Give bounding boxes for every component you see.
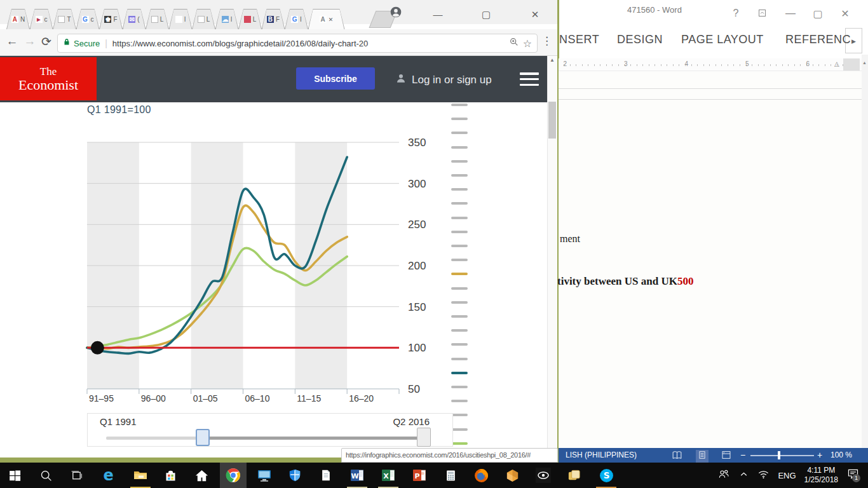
browser-tab[interactable]: ►c [30,9,53,29]
browser-tab[interactable]: L [238,9,262,29]
monitor-icon[interactable] [251,463,278,488]
legend-dash[interactable] [451,287,468,290]
legend-dash[interactable] [451,231,468,233]
legend-dash[interactable] [451,259,468,261]
legend-dash[interactable] [451,358,468,360]
ribbon-tab-nsert[interactable]: NSERT [559,33,599,46]
word-close-button[interactable]: ✕ [837,8,853,20]
subscribe-button[interactable]: Subscribe [296,67,375,90]
zoom-in-icon[interactable] [509,37,519,50]
tab-close-icon[interactable]: ✕ [329,17,334,23]
legend-dash[interactable] [451,118,468,120]
legend-dash[interactable] [451,146,468,149]
word-scroll-up-icon[interactable]: ▲ [862,60,867,65]
excel-icon[interactable]: X [375,463,402,488]
browser-tab[interactable]: L [192,9,215,29]
ruler-indent-marker[interactable]: △ [834,60,839,67]
cube-icon[interactable] [499,463,526,488]
calculator-icon[interactable] [437,463,464,488]
scroll-up-icon[interactable]: ▲ [550,57,555,63]
profile-icon[interactable] [390,6,402,21]
maximize-button[interactable]: ▢ [478,9,494,20]
reload-button[interactable]: ⟳ [38,34,55,49]
word-minimize-button[interactable]: — [783,8,798,19]
legend-dash[interactable] [451,400,468,402]
browser-tab[interactable]: ☁l [215,9,239,29]
wifi-icon[interactable] [757,468,770,483]
edge-icon[interactable]: e [95,463,121,488]
legend-dash[interactable] [451,315,468,318]
defender-icon[interactable] [281,463,308,488]
url-text[interactable]: https://www.economist.com/blogs/graphicd… [112,39,505,48]
language-status[interactable]: LISH (PHILIPPINES) [566,451,637,459]
browser-tab[interactable]: L [146,9,169,29]
browser-tab[interactable]: T [53,9,76,29]
firefox-icon[interactable] [468,463,494,488]
word-restore-button[interactable]: ▢ [810,8,825,20]
browser-tab[interactable]: l [169,9,193,29]
legend-dash[interactable] [451,217,468,219]
help-icon[interactable]: ? [728,8,743,19]
web-layout-icon[interactable] [721,450,731,463]
legend-dash[interactable] [451,343,468,346]
zoom-out-button[interactable]: − [740,450,745,460]
chevron-up-icon[interactable] [738,469,749,482]
task-view-icon[interactable] [63,463,90,488]
zoom-slider-thumb[interactable] [778,451,780,459]
zoom-in-button[interactable]: + [817,450,822,460]
read-mode-icon[interactable] [672,450,682,463]
slider-track-selected[interactable] [202,437,431,440]
powerpoint-icon[interactable]: P [406,463,433,488]
hamburger-menu-icon[interactable] [520,71,539,87]
ruler[interactable]: 23456 [559,58,862,71]
legend-dash[interactable] [451,428,468,431]
squares-icon[interactable] [560,463,587,488]
legend-dash[interactable] [451,245,468,247]
language-indicator[interactable]: ENG [778,471,796,480]
login-link[interactable]: Log in or sign up [395,72,492,87]
file-explorer-icon[interactable] [127,463,154,488]
search-icon[interactable] [32,463,59,488]
slider-handle-end[interactable] [417,428,431,447]
legend-dash[interactable] [451,188,468,191]
notepad-icon[interactable] [313,463,339,488]
browser-tab[interactable]: GI [285,9,308,29]
ribbon-tab-referenc[interactable]: REFERENC [785,33,851,46]
zoom-slider-track[interactable] [750,455,814,456]
browser-tab[interactable]: BF [262,9,285,29]
browser-menu-icon[interactable]: ⋮ [541,34,552,48]
forward-button[interactable]: → [22,34,38,48]
word-document[interactable]: ment tivity between US and UK500 [559,71,862,448]
store-icon[interactable] [157,463,184,488]
legend-dash[interactable] [451,372,468,374]
ribbon-display-icon[interactable] [757,8,767,20]
minimize-button[interactable]: — [430,9,446,20]
home-icon[interactable] [188,463,215,488]
legend-dash[interactable] [451,329,468,332]
bookmark-star-icon[interactable]: ☆ [523,37,532,50]
legend-dash[interactable] [451,132,468,134]
house-price-chart[interactable]: 91–9596–0001–0506–1011–1516–203503002502… [87,142,433,412]
ribbon-tab-design[interactable]: DESIGN [617,33,663,46]
legend-dash[interactable] [451,174,468,177]
print-layout-icon[interactable] [696,450,709,463]
skype-icon[interactable]: S [593,463,620,488]
economist-logo[interactable]: The Economist [0,57,97,100]
legend-dash[interactable] [451,202,468,205]
close-button[interactable]: ✕ [527,9,543,20]
clock[interactable]: 4:11 PM 1/25/2018 [804,466,838,485]
eye-icon[interactable] [530,463,557,488]
browser-tab[interactable]: Gc [76,9,100,29]
browser-tab[interactable]: ✉( [123,9,146,29]
people-icon[interactable] [717,468,730,483]
ribbon-tab-page-layout[interactable]: PAGE LAYOUT [681,33,764,46]
zoom-percent-label[interactable]: 100 % [831,451,852,459]
legend-dash[interactable] [451,386,468,388]
active-browser-tab[interactable]: A✕ [308,9,345,29]
legend-dash[interactable] [451,273,468,275]
word-scrollbar[interactable] [862,55,868,448]
legend-dash[interactable] [451,104,468,106]
word-icon[interactable]: W [344,463,370,488]
chrome-icon[interactable] [220,463,247,488]
browser-tab[interactable]: ♚F [99,9,123,29]
